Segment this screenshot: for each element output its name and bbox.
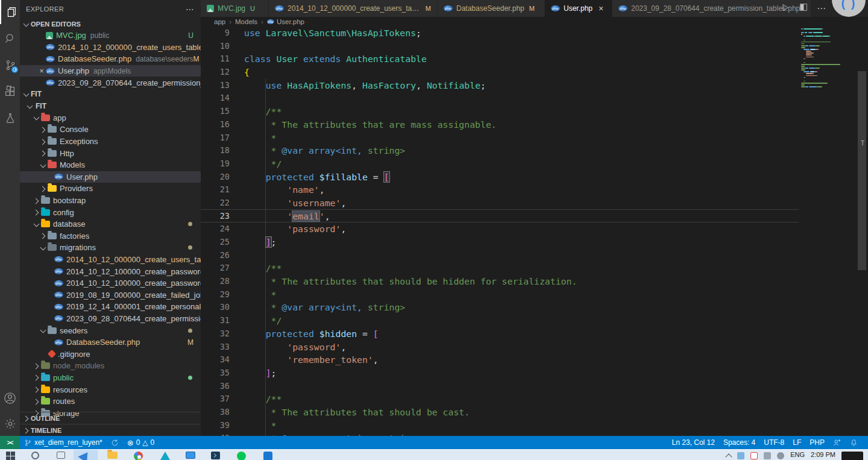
pinned-app-active-icon[interactable] <box>80 452 93 460</box>
language-mode[interactable]: PHP <box>805 436 829 449</box>
tree-item[interactable]: Exceptions <box>20 136 201 148</box>
start-button[interactable] <box>6 452 19 460</box>
tree-item[interactable]: php2014_10_12_000000_create_users_tab...… <box>20 254 201 266</box>
scrollbar-thumb[interactable] <box>858 71 866 270</box>
source-control-icon[interactable] <box>0 53 20 77</box>
tree-item-label: migrations <box>60 243 96 252</box>
section-timeline[interactable]: TIMELINE <box>20 424 201 436</box>
tray-icon-1[interactable] <box>737 452 744 459</box>
open-editor-item[interactable]: MVC.jpgpublicU <box>20 30 201 42</box>
taskbar-search-icon[interactable] <box>31 452 45 460</box>
eol-sequence[interactable]: LF <box>788 436 805 449</box>
settings-gear-icon[interactable] <box>0 412 20 436</box>
notifications-bell-icon[interactable] <box>846 436 862 449</box>
indentation[interactable]: Spaces: 4 <box>719 436 760 449</box>
terminal-app-icon[interactable] <box>211 452 224 460</box>
testing-icon[interactable] <box>0 106 20 130</box>
minimap-line <box>816 71 817 72</box>
tree-item[interactable]: routes <box>20 395 201 408</box>
tree-item[interactable]: migrations <box>20 242 201 254</box>
folder-icon <box>41 209 50 216</box>
code-editor[interactable]: 9101112131415161718192021222324252627282… <box>201 27 868 436</box>
tree-item[interactable]: Models <box>20 159 201 171</box>
tree-item[interactable]: factories <box>20 230 201 242</box>
chevron-right-icon <box>33 362 41 370</box>
feedback-icon[interactable] <box>829 436 846 449</box>
tree-item[interactable]: phpDatabaseSeeder.phpM <box>20 336 201 348</box>
tree-item[interactable]: php2023_09_28_070644_create_permission_t… <box>20 313 201 325</box>
git-branch-item[interactable]: xet_diem_ren_luyen* <box>20 436 107 449</box>
messenger-app-icon[interactable] <box>237 452 250 460</box>
explorer-icon[interactable] <box>0 0 20 24</box>
warnings-icon: △ <box>142 438 148 447</box>
chevron-down-icon <box>39 161 48 169</box>
tree-item[interactable]: config <box>20 206 201 218</box>
encoding[interactable]: UTF-8 <box>760 436 788 449</box>
section-open-editors[interactable]: OPEN EDITORS <box>20 18 201 30</box>
folder-icon <box>41 362 50 369</box>
open-editor-item[interactable]: ×phpUser.phpapp\Models <box>20 65 201 77</box>
language-indicator[interactable]: ENG <box>790 451 805 458</box>
remote-indicator[interactable]: >< <box>0 436 20 449</box>
more-actions-button[interactable]: ⋯ <box>817 3 826 14</box>
run-button[interactable] <box>780 2 790 15</box>
tab-2014-10-12-000000-create-users[interactable]: php2014_10_12_000000_create_users_table.… <box>269 0 438 17</box>
tree-item[interactable]: Providers <box>20 183 201 195</box>
section-root-folder[interactable]: FIT <box>20 89 201 100</box>
tree-item[interactable]: app <box>20 112 201 124</box>
minimap-line <box>813 32 823 33</box>
tab-user-php[interactable]: phpUser.php× <box>545 0 612 17</box>
task-view-icon[interactable] <box>57 452 70 460</box>
tray-widget[interactable] <box>841 452 863 460</box>
tree-item[interactable]: bootstrap <box>20 195 201 207</box>
tree-item[interactable]: Console <box>20 124 201 136</box>
problems-item[interactable]: ⊗ 0 △ 0 <box>123 436 159 449</box>
tree-item[interactable]: php2014_10_12_100000_create_password_res… <box>20 277 201 289</box>
breadcrumb-item[interactable]: User.php <box>277 18 304 25</box>
tab-mvc-jpg[interactable]: MVC.jpgU <box>201 0 269 17</box>
tab-databaseseeder-php[interactable]: phpDatabaseSeeder.phpM <box>438 0 545 17</box>
clock[interactable]: 2:09 PM <box>811 451 835 458</box>
git-modified-badge: M <box>187 338 193 347</box>
tree-item[interactable]: resources <box>20 383 201 395</box>
chrome-icon[interactable] <box>134 452 147 460</box>
extensions-icon[interactable] <box>0 80 20 104</box>
file-explorer-icon[interactable] <box>107 452 121 460</box>
tree-item[interactable]: FIT <box>20 100 201 112</box>
sync-button[interactable] <box>107 436 123 449</box>
tree-item[interactable]: php2019_12_14_000001_create_personal_acc… <box>20 301 201 313</box>
account-icon[interactable] <box>0 386 20 410</box>
split-editor-button[interactable] <box>799 2 808 14</box>
tree-item[interactable]: database <box>20 218 201 230</box>
open-editor-item[interactable]: php2014_10_12_000000_create_users_table.… <box>20 42 201 54</box>
tree-item-label: node_modules <box>53 361 104 370</box>
breadcrumb-item[interactable]: app <box>214 18 225 25</box>
tree-item[interactable]: .gitignore <box>20 348 201 360</box>
tray-volume-icon[interactable] <box>777 452 784 459</box>
tray-expand-icon[interactable] <box>726 453 732 460</box>
open-editor-item[interactable]: php2023_09_28_070644_create_permission_t… <box>20 77 201 89</box>
minimap-line <box>806 73 813 74</box>
minimap-line <box>804 28 821 30</box>
monitor-app-icon[interactable] <box>186 452 199 460</box>
blue-app-icon[interactable] <box>263 452 277 460</box>
tree-item[interactable]: php2019_08_19_000000_create_failed_jobs_… <box>20 289 201 301</box>
search-icon[interactable] <box>0 27 20 51</box>
drive-app-icon[interactable] <box>160 452 174 460</box>
explorer-more-icon[interactable]: ⋯ <box>186 4 195 14</box>
minimap[interactable] <box>799 27 856 436</box>
section-outline[interactable]: OUTLINE <box>20 412 201 424</box>
tree-item[interactable]: public <box>20 372 201 384</box>
tray-mail-icon[interactable] <box>750 452 758 459</box>
git-status-badge: U <box>188 31 193 40</box>
tree-item[interactable]: Http <box>20 147 201 159</box>
tree-item[interactable]: phpUser.php <box>20 171 201 183</box>
open-editor-item[interactable]: phpDatabaseSeeder.phpdatabase\seedersM <box>20 53 201 65</box>
cursor-position[interactable]: Ln 23, Col 12 <box>668 436 719 449</box>
tray-keyboard-icon[interactable] <box>764 452 771 459</box>
tree-item[interactable]: node_modules <box>20 360 201 372</box>
tree-item[interactable]: php2014_10_12_100000_create_password_res… <box>20 265 201 277</box>
breadcrumb-item[interactable]: Models <box>235 18 257 25</box>
editor-scrollbar[interactable]: T <box>856 27 868 436</box>
tree-item[interactable]: seeders <box>20 324 201 336</box>
